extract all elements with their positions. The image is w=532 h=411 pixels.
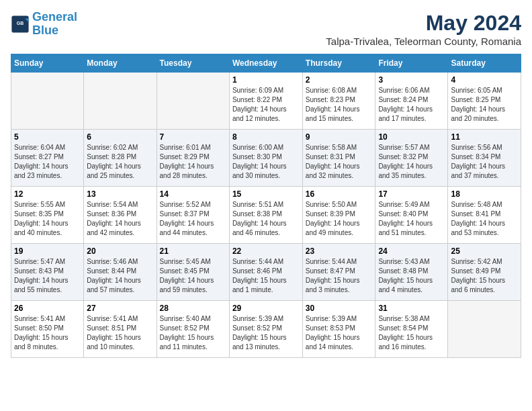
calendar-header-thursday: Thursday [302,54,375,73]
calendar-week-row: 26Sunrise: 5:41 AM Sunset: 8:50 PM Dayli… [11,301,521,358]
day-number: 3 [378,75,445,85]
day-info: Sunrise: 5:58 AM Sunset: 8:31 PM Dayligh… [306,143,373,181]
day-number: 26 [14,304,81,313]
day-number: 15 [232,189,300,199]
day-info: Sunrise: 5:44 AM Sunset: 8:47 PM Dayligh… [306,257,373,295]
calendar-cell: 2Sunrise: 6:08 AM Sunset: 8:23 PM Daylig… [302,73,375,130]
day-number: 14 [160,189,226,199]
day-info: Sunrise: 5:56 AM Sunset: 8:34 PM Dayligh… [451,143,518,181]
day-number: 24 [378,246,445,256]
day-number: 20 [87,246,153,256]
day-info: Sunrise: 5:38 AM Sunset: 8:54 PM Dayligh… [378,314,445,352]
day-info: Sunrise: 5:45 AM Sunset: 8:45 PM Dayligh… [160,257,226,295]
calendar-cell: 27Sunrise: 5:41 AM Sunset: 8:51 PM Dayli… [84,301,157,358]
title-area: May 2024 Talpa-Trivalea, Teleorman Count… [326,11,521,47]
day-number: 22 [232,246,300,256]
day-number: 12 [14,189,81,199]
calendar-cell [84,73,157,130]
calendar-cell: 10Sunrise: 5:57 AM Sunset: 8:32 PM Dayli… [375,130,448,187]
day-number: 27 [87,304,153,313]
calendar-cell: 11Sunrise: 5:56 AM Sunset: 8:34 PM Dayli… [448,130,521,187]
day-number: 1 [232,75,300,85]
calendar-cell: 7Sunrise: 6:01 AM Sunset: 8:29 PM Daylig… [157,130,229,187]
calendar-cell: 19Sunrise: 5:47 AM Sunset: 8:43 PM Dayli… [11,244,84,301]
day-info: Sunrise: 5:54 AM Sunset: 8:36 PM Dayligh… [87,200,153,238]
calendar-header-saturday: Saturday [448,54,521,73]
day-info: Sunrise: 6:04 AM Sunset: 8:27 PM Dayligh… [14,143,81,181]
calendar-cell: 22Sunrise: 5:44 AM Sunset: 8:46 PM Dayli… [229,244,302,301]
calendar-cell: 8Sunrise: 6:00 AM Sunset: 8:30 PM Daylig… [229,130,302,187]
day-info: Sunrise: 5:39 AM Sunset: 8:52 PM Dayligh… [232,314,300,352]
day-number: 10 [378,132,445,142]
day-number: 30 [306,304,373,313]
day-number: 2 [306,75,373,85]
day-number: 4 [451,75,518,85]
calendar-cell: 3Sunrise: 6:06 AM Sunset: 8:24 PM Daylig… [375,73,448,130]
day-info: Sunrise: 5:47 AM Sunset: 8:43 PM Dayligh… [14,257,81,295]
day-info: Sunrise: 5:48 AM Sunset: 8:41 PM Dayligh… [451,200,518,238]
calendar-header-sunday: Sunday [11,54,84,73]
calendar-cell: 21Sunrise: 5:45 AM Sunset: 8:45 PM Dayli… [157,244,229,301]
day-info: Sunrise: 6:00 AM Sunset: 8:30 PM Dayligh… [232,143,300,181]
calendar-cell: 4Sunrise: 6:05 AM Sunset: 8:25 PM Daylig… [448,73,521,130]
day-info: Sunrise: 6:06 AM Sunset: 8:24 PM Dayligh… [378,86,445,124]
day-number: 29 [232,304,300,313]
day-number: 16 [306,189,373,199]
calendar-cell: 30Sunrise: 5:39 AM Sunset: 8:53 PM Dayli… [302,301,375,358]
calendar-week-row: 1Sunrise: 6:09 AM Sunset: 8:22 PM Daylig… [11,73,521,130]
calendar-header-row: SundayMondayTuesdayWednesdayThursdayFrid… [11,54,521,73]
day-number: 11 [451,132,518,142]
calendar-cell: 16Sunrise: 5:50 AM Sunset: 8:39 PM Dayli… [302,187,375,244]
calendar-cell: 20Sunrise: 5:46 AM Sunset: 8:44 PM Dayli… [84,244,157,301]
calendar-week-row: 5Sunrise: 6:04 AM Sunset: 8:27 PM Daylig… [11,130,521,187]
day-number: 7 [160,132,226,142]
calendar-header-wednesday: Wednesday [229,54,302,73]
calendar-cell: 26Sunrise: 5:41 AM Sunset: 8:50 PM Dayli… [11,301,84,358]
calendar-cell: 28Sunrise: 5:40 AM Sunset: 8:52 PM Dayli… [157,301,229,358]
day-info: Sunrise: 5:41 AM Sunset: 8:51 PM Dayligh… [87,314,153,352]
day-info: Sunrise: 5:49 AM Sunset: 8:40 PM Dayligh… [378,200,445,238]
calendar-cell [157,73,229,130]
day-info: Sunrise: 5:57 AM Sunset: 8:32 PM Dayligh… [378,143,445,181]
calendar-header-friday: Friday [375,54,448,73]
calendar-header-monday: Monday [84,54,157,73]
day-info: Sunrise: 5:43 AM Sunset: 8:48 PM Dayligh… [378,257,445,295]
calendar-cell: 29Sunrise: 5:39 AM Sunset: 8:52 PM Dayli… [229,301,302,358]
calendar-cell: 12Sunrise: 5:55 AM Sunset: 8:35 PM Dayli… [11,187,84,244]
calendar-cell: 25Sunrise: 5:42 AM Sunset: 8:49 PM Dayli… [448,244,521,301]
day-number: 25 [451,246,518,256]
month-year-title: May 2024 [326,11,521,36]
calendar-cell: 15Sunrise: 5:51 AM Sunset: 8:38 PM Dayli… [229,187,302,244]
calendar-cell: 5Sunrise: 6:04 AM Sunset: 8:27 PM Daylig… [11,130,84,187]
day-info: Sunrise: 5:55 AM Sunset: 8:35 PM Dayligh… [14,200,81,238]
calendar-cell [448,301,521,358]
logo-subtext: Blue [32,24,77,38]
location-subtitle: Talpa-Trivalea, Teleorman County, Romani… [326,36,521,47]
day-number: 19 [14,246,81,256]
day-info: Sunrise: 6:08 AM Sunset: 8:23 PM Dayligh… [306,86,373,124]
calendar-cell: 9Sunrise: 5:58 AM Sunset: 8:31 PM Daylig… [302,130,375,187]
day-number: 23 [306,246,373,256]
logo-text: General [32,11,77,24]
calendar-week-row: 19Sunrise: 5:47 AM Sunset: 8:43 PM Dayli… [11,244,521,301]
calendar-table: SundayMondayTuesdayWednesdayThursdayFrid… [11,54,521,358]
day-info: Sunrise: 5:50 AM Sunset: 8:39 PM Dayligh… [306,200,373,238]
calendar-cell: 31Sunrise: 5:38 AM Sunset: 8:54 PM Dayli… [375,301,448,358]
day-number: 9 [306,132,373,142]
day-number: 8 [232,132,300,142]
day-info: Sunrise: 5:51 AM Sunset: 8:38 PM Dayligh… [232,200,300,238]
day-info: Sunrise: 6:09 AM Sunset: 8:22 PM Dayligh… [232,86,300,124]
calendar-cell: 6Sunrise: 6:02 AM Sunset: 8:28 PM Daylig… [84,130,157,187]
day-number: 6 [87,132,153,142]
day-info: Sunrise: 5:40 AM Sunset: 8:52 PM Dayligh… [160,314,226,352]
calendar-cell: 18Sunrise: 5:48 AM Sunset: 8:41 PM Dayli… [448,187,521,244]
day-info: Sunrise: 5:39 AM Sunset: 8:53 PM Dayligh… [306,314,373,352]
day-number: 28 [160,304,226,313]
day-info: Sunrise: 5:42 AM Sunset: 8:49 PM Dayligh… [451,257,518,295]
day-number: 17 [378,189,445,199]
calendar-header-tuesday: Tuesday [157,54,229,73]
day-number: 18 [451,189,518,199]
day-info: Sunrise: 6:05 AM Sunset: 8:25 PM Dayligh… [451,86,518,124]
calendar-cell: 14Sunrise: 5:52 AM Sunset: 8:37 PM Dayli… [157,187,229,244]
calendar-cell: 24Sunrise: 5:43 AM Sunset: 8:48 PM Dayli… [375,244,448,301]
